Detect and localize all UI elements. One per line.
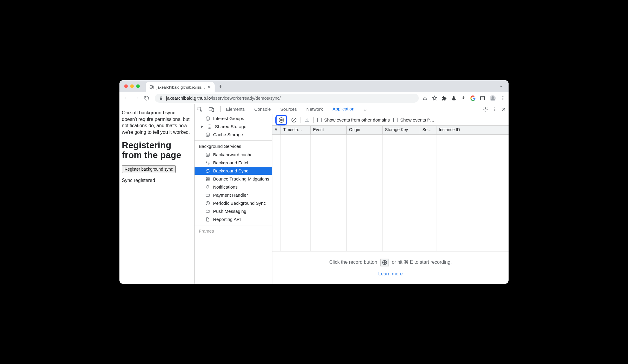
inspect-icon[interactable] [197,107,202,112]
application-sidebar: Interest Groups ▶ Shared Storage Cache S… [195,114,272,284]
sidebar-item-bg-fetch[interactable]: Background Fetch [195,159,272,167]
tabs-overflow[interactable]: » [360,104,371,114]
labs-icon[interactable] [451,95,456,101]
col-storage-key[interactable]: Storage Key [383,126,420,134]
sidebar-item-interest-groups[interactable]: Interest Groups [195,114,272,122]
sidebar-item-periodic-bg-sync[interactable]: Periodic Background Sync [195,199,272,207]
sidebar-item-bounce-tracking[interactable]: Bounce Tracking Mitigations [195,175,272,183]
sidebar-group-frames: Frames [195,225,272,235]
svg-point-7 [503,99,503,100]
checkbox-show-events-from[interactable]: Show events fr… [393,117,434,122]
svg-rect-10 [212,108,214,111]
back-button[interactable]: ← [122,95,130,101]
sidebar-item-reporting-api[interactable]: Reporting API [195,215,272,223]
col-timestamp[interactable]: Timesta… [281,126,311,134]
window-controls [122,84,146,88]
sidebar-item-bg-sync[interactable]: Background Sync [195,167,272,175]
extensions-icon[interactable] [442,95,447,101]
url-input[interactable]: jakearchibald.github.io/isserviceworkerr… [155,94,419,103]
checkbox-icon [393,118,398,122]
doc-icon [205,217,210,222]
close-window[interactable] [124,84,128,88]
col-origin[interactable]: Origin [347,126,383,134]
tab-elements[interactable]: Elements [222,104,249,114]
close-devtools-icon[interactable] [501,107,506,112]
tab-sources[interactable]: Sources [276,104,301,114]
downloads-icon[interactable] [461,95,466,101]
maximize-window[interactable] [136,84,140,88]
sidebar-item-push-messaging[interactable]: Push Messaging [195,207,272,215]
sidebar-item-payment-handler[interactable]: Payment Handler [195,191,272,199]
events-table-body [272,135,509,251]
col-swscope[interactable]: Se… [420,126,436,134]
panel-toolbar: Show events from other domains Show even… [272,114,509,126]
more-icon[interactable] [492,107,497,112]
svg-point-19 [206,177,210,178]
browser-window: jakearchibald.github.io/isservic ✕ + ← →… [119,80,509,284]
tab-application[interactable]: Application [328,104,359,114]
svg-point-16 [208,125,211,126]
devtools-panel: Elements Console Sources Network Applica… [194,104,509,284]
svg-point-15 [206,117,210,118]
devtools-body: Interest Groups ▶ Shared Storage Cache S… [195,114,509,284]
bookmark-icon[interactable] [432,95,437,101]
register-sync-button[interactable]: Register background sync [122,165,176,173]
minimize-window[interactable] [130,84,134,88]
svg-point-12 [494,107,495,108]
svg-point-6 [503,98,503,98]
database-icon [205,132,210,137]
expand-arrow-icon: ▶ [201,125,204,128]
google-icon[interactable] [470,95,476,101]
fetch-icon [205,160,210,165]
record-button-hint [380,259,389,266]
gear-icon[interactable] [483,107,488,112]
svg-point-13 [494,109,495,110]
sidebar-item-notifications[interactable]: Notifications [195,183,272,191]
browser-actions [422,95,506,101]
close-tab-icon[interactable]: ✕ [207,85,211,90]
kebab-menu-icon[interactable] [500,95,506,101]
svg-point-17 [206,133,210,134]
checkbox-other-domains[interactable]: Show events from other domains [317,117,390,122]
device-toggle-icon[interactable] [208,107,214,112]
svg-rect-20 [206,194,210,196]
content-area: One-off background sync doesn't require … [119,104,509,284]
col-instance-id[interactable]: Instance ID [436,126,509,134]
database-icon [205,152,210,157]
forward-button[interactable]: → [133,95,140,101]
new-tab-button[interactable]: + [215,83,227,90]
sidebar-group-bg-services: Background Services [195,140,272,151]
status-text: Sync registered [122,177,191,184]
url-text: jakearchibald.github.io/isserviceworkerr… [166,95,281,101]
tabs-dropdown-icon[interactable] [499,84,506,88]
learn-more-link[interactable]: Learn more [378,271,403,277]
col-index[interactable]: # [272,126,281,134]
profile-icon[interactable] [489,95,496,101]
col-event[interactable]: Event [311,126,347,134]
database-icon [207,124,212,129]
database-icon [205,177,210,181]
intro-text: One-off background sync doesn't require … [122,110,191,135]
devtools-tabstrip: Elements Console Sources Network Applica… [195,104,509,114]
clear-icon[interactable] [291,117,297,123]
card-icon [205,193,210,198]
sidepanel-icon[interactable] [480,95,485,101]
reload-button[interactable] [144,95,151,101]
lock-icon [159,96,163,100]
svg-point-11 [485,108,486,110]
tab-console[interactable]: Console [250,104,275,114]
browser-tab[interactable]: jakearchibald.github.io/isservic ✕ [146,82,215,92]
sidebar-item-bf-cache[interactable]: Back/forward cache [195,151,272,159]
record-button[interactable] [275,115,287,125]
clock-icon [205,201,210,206]
database-icon [205,116,210,121]
sidebar-item-cache-storage[interactable]: Cache Storage [195,131,272,139]
sidebar-item-shared-storage[interactable]: ▶ Shared Storage [195,122,272,131]
tab-network[interactable]: Network [302,104,327,114]
save-icon[interactable] [304,117,310,123]
events-table-header: # Timesta… Event Origin Storage Key Se… … [272,126,509,135]
svg-rect-2 [480,96,485,100]
svg-point-4 [492,96,494,98]
empty-state: Click the record button or hit ⌘ E to st… [272,251,509,284]
share-icon[interactable] [422,95,428,101]
